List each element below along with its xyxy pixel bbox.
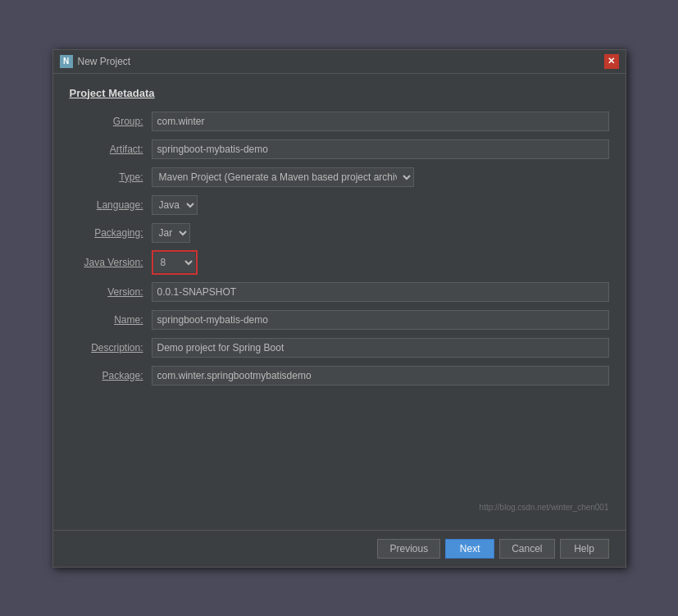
group-row: Group: [70, 111, 609, 132]
packaging-row: Packaging: Jar [70, 222, 609, 244]
version-label: Version: [70, 286, 152, 298]
description-input[interactable] [152, 338, 609, 358]
artifact-row: Artifact: [70, 139, 609, 160]
java-version-label: Java Version: [70, 257, 152, 268]
close-button[interactable]: ✕ [604, 54, 619, 69]
section-title: Project Metadata [70, 87, 609, 99]
next-button[interactable]: Next [445, 539, 494, 559]
package-input[interactable] [152, 366, 609, 386]
type-select[interactable]: Maven Project (Generate a Maven based pr… [152, 167, 414, 187]
java-version-select[interactable]: 8 [154, 253, 195, 272]
type-row: Type: Maven Project (Generate a Maven ba… [70, 167, 609, 188]
description-row: Description: [70, 337, 609, 358]
version-row: Version: [70, 281, 609, 303]
bottom-area: http://blog.csdn.net/winter_chen001 Prev… [53, 501, 626, 567]
form-content: Project Metadata Group: Artifact: Type: … [53, 74, 626, 501]
cancel-button[interactable]: Cancel [499, 539, 554, 559]
type-select-container: Maven Project (Generate a Maven based pr… [152, 167, 414, 187]
java-version-wrapper: 8 [152, 250, 198, 275]
name-label: Name: [70, 314, 152, 326]
previous-button[interactable]: Previous [377, 539, 440, 559]
name-row: Name: [70, 309, 609, 331]
spacer [70, 393, 609, 491]
watermark: http://blog.csdn.net/winter_chen001 [53, 501, 626, 513]
window-title: New Project [78, 56, 131, 67]
language-label: Language: [70, 199, 152, 211]
title-bar-left: N New Project [60, 55, 131, 68]
artifact-input[interactable] [152, 139, 609, 159]
packaging-label: Packaging: [70, 227, 152, 239]
artifact-label: Artifact: [70, 144, 152, 155]
java-version-row: Java Version: 8 [70, 250, 609, 275]
new-project-window: N New Project ✕ Project Metadata Group: … [52, 49, 626, 568]
type-label: Type: [70, 171, 152, 183]
help-button[interactable]: Help [560, 539, 609, 559]
group-input[interactable] [152, 112, 609, 131]
packaging-select[interactable]: Jar [152, 223, 190, 243]
language-row: Language: Java [70, 194, 609, 216]
package-row: Package: [70, 365, 609, 386]
group-label: Group: [70, 116, 152, 127]
name-input[interactable] [152, 310, 609, 330]
window-icon: N [60, 55, 73, 68]
description-label: Description: [70, 342, 152, 354]
package-label: Package: [70, 370, 152, 381]
footer: Previous Next Cancel Help [53, 530, 626, 567]
version-input[interactable] [152, 282, 609, 302]
language-select[interactable]: Java [152, 195, 198, 215]
title-bar: N New Project ✕ [53, 50, 626, 74]
